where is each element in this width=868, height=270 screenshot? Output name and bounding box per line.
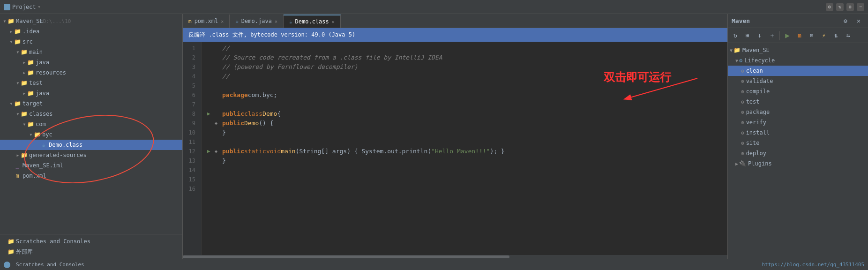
maven-lifecycle-label: Lifecycle — [744, 57, 775, 64]
tree-item-resources[interactable]: ▶📁resources — [0, 68, 182, 78]
tree-arrow-scratches — [2, 239, 7, 244]
tree-item-src[interactable]: ▼📁src — [0, 37, 182, 47]
tree-arrow-byc[interactable]: ▼ — [28, 132, 34, 137]
maven-lightning-button[interactable]: ⚡ — [818, 30, 830, 41]
maven-plugins-group[interactable]: ▶ 🔌 Plugins — [728, 158, 868, 169]
tree-arrow-test[interactable]: ▼ — [15, 80, 21, 86]
tree-arrow-classes[interactable]: ▼ — [15, 111, 21, 117]
maven-profiles-button[interactable]: ⊞ — [742, 30, 753, 41]
code-content[interactable]: // // Source code recreated from a .clas… — [202, 42, 727, 255]
maven-close-button[interactable]: ✕ — [853, 15, 864, 27]
maven-item-compile[interactable]: ⚙compile — [728, 86, 868, 97]
maven-item-label-clean: clean — [746, 68, 763, 74]
line-num-15: 15 — [183, 175, 198, 184]
tree-arrow-java[interactable]: ▶ — [22, 60, 27, 65]
maven-refresh-button[interactable]: ↻ — [730, 30, 741, 41]
tree-item-java[interactable]: ▶📁java — [0, 57, 182, 68]
folder-icon-maven-se: 📁 — [7, 18, 14, 24]
tree-item-maven-se-iml[interactable]: _Maven_SE.iml — [0, 160, 182, 171]
tree-arrow-src[interactable]: ▼ — [8, 39, 14, 45]
maven-lifecycle-group[interactable]: ▼ ⚙ Lifecycle — [728, 55, 868, 66]
maven-root-folder-icon: 📁 — [733, 47, 741, 53]
tree-label-test-java: java — [36, 90, 49, 97]
bp-12: ◆ — [215, 147, 220, 156]
tree-item-test-java[interactable]: ▶📁java — [0, 88, 182, 98]
settings-button[interactable]: ⚙ — [826, 3, 833, 11]
tree-item-main[interactable]: ▼📁main — [0, 47, 182, 57]
tree-arrow-generated-sources[interactable]: ▶ — [15, 152, 21, 158]
maven-settings-button[interactable]: ⚙ — [840, 15, 851, 27]
tab-class-icon: ☕ — [289, 19, 292, 25]
gear-button[interactable]: ⚙ — [846, 3, 854, 11]
code-editor[interactable]: 双击即可运行 12345678910111213141516 // // Sou… — [183, 42, 727, 255]
tree-item-target[interactable]: ▼📁target — [0, 98, 182, 109]
run-arrow-8[interactable]: ▶ — [207, 109, 213, 119]
maven-item-clean[interactable]: ⚙clean — [728, 66, 868, 76]
folder-icon-byc: 📁 — [34, 131, 40, 138]
code-line-15 — [207, 175, 722, 184]
tree-label-byc: byc — [42, 131, 52, 138]
minimize-button[interactable]: − — [857, 3, 864, 11]
tree-item-pom-xml[interactable]: mpom.xml — [0, 171, 182, 181]
tab-pom[interactable]: m pom.xml ✕ — [183, 15, 230, 28]
split-button[interactable]: ⇅ — [836, 3, 844, 11]
tab-demo-java[interactable]: ☕ Demo.java ✕ — [230, 15, 284, 28]
code-line-7 — [207, 100, 722, 109]
maven-item-test[interactable]: ⚙test — [728, 97, 868, 107]
tree-arrow-maven-se[interactable]: ▼ — [2, 18, 7, 24]
tree-arrow-test-java[interactable]: ▶ — [22, 90, 27, 96]
code-line-8: ▶ public class Demo { — [207, 109, 722, 119]
maven-add-button[interactable]: ＋ — [766, 30, 778, 41]
code-line-11 — [207, 137, 722, 147]
tree-item-idea[interactable]: ▶📁.idea — [0, 26, 182, 37]
tree-item-scratches[interactable]: 📁Scratches and Consoles — [0, 236, 182, 247]
tree-label-target: target — [22, 100, 43, 107]
tree-label-main: main — [29, 49, 43, 55]
tab-demo-class[interactable]: ☕ Demo.class ✕ — [284, 15, 341, 28]
tree-item-maven-se[interactable]: ▼📁Maven_SE D:\...\10 — [0, 16, 182, 26]
editor-scrollbar-thumb[interactable] — [183, 255, 509, 258]
line-num-9: 9 — [183, 119, 198, 128]
maven-item-verify[interactable]: ⚙verify — [728, 117, 868, 128]
tree-label-com: com — [36, 121, 46, 128]
tree-item-byc[interactable]: ▼📁byc — [0, 129, 182, 140]
project-dropdown-icon[interactable]: ▾ — [38, 4, 41, 9]
maven-m-button[interactable]: m — [794, 30, 805, 41]
code-line-14 — [207, 165, 722, 175]
tree-item-classes[interactable]: ▼📁classes — [0, 109, 182, 119]
tree-item-test[interactable]: ▼📁test — [0, 78, 182, 88]
maven-root[interactable]: ▼ 📁 Maven_SE — [728, 45, 868, 55]
folder-icon-src: 📁 — [14, 38, 21, 45]
tree-arrow-com[interactable]: ▼ — [22, 121, 27, 127]
code-line-16 — [207, 184, 722, 194]
scratches-label[interactable]: Scratches and Consoles — [16, 262, 84, 268]
maven-item-validate[interactable]: ⚙validate — [728, 76, 868, 86]
status-bar-url[interactable]: https://blog.csdn.net/qq_43511405 — [762, 262, 864, 268]
maven-item-site[interactable]: ⚙site — [728, 138, 868, 148]
tree-item-demo-class[interactable]: ☕Demo.class — [0, 140, 182, 150]
tab-pom-close[interactable]: ✕ — [221, 19, 224, 24]
maven-run-button[interactable]: ▶ — [782, 30, 793, 41]
tree-label-src: src — [22, 38, 33, 45]
maven-skip-button[interactable]: ⊟ — [806, 30, 817, 41]
maven-item-package[interactable]: ⚙package — [728, 107, 868, 117]
project-label[interactable]: Project — [12, 4, 36, 10]
folder-icon-main: 📁 — [21, 49, 27, 55]
tree-item-com[interactable]: ▼📁com — [0, 119, 182, 129]
maven-download-button[interactable]: ↓ — [754, 30, 765, 41]
tree-item-generated-sources[interactable]: ▶📁generated-sources — [0, 150, 182, 160]
tab-java-close[interactable]: ✕ — [275, 19, 277, 24]
tab-class-close[interactable]: ✕ — [332, 19, 335, 24]
line-num-11: 11 — [183, 137, 198, 147]
tree-arrow-target[interactable]: ▼ — [8, 101, 14, 106]
run-arrow-12[interactable]: ▶ — [207, 147, 213, 156]
maven-item-install[interactable]: ⚙install — [728, 128, 868, 138]
tree-arrow-resources[interactable]: ▶ — [22, 70, 27, 75]
editor-scrollbar[interactable] — [183, 255, 727, 259]
tree-item-external-libs[interactable]: 📁外部库 — [0, 247, 182, 257]
maven-collapse-button[interactable]: ⇆ — [843, 30, 854, 41]
tree-arrow-main[interactable]: ▼ — [15, 49, 21, 55]
maven-item-deploy[interactable]: ⚙deploy — [728, 148, 868, 158]
maven-expand-button[interactable]: ⇅ — [831, 30, 842, 41]
tree-arrow-idea[interactable]: ▶ — [8, 29, 14, 34]
